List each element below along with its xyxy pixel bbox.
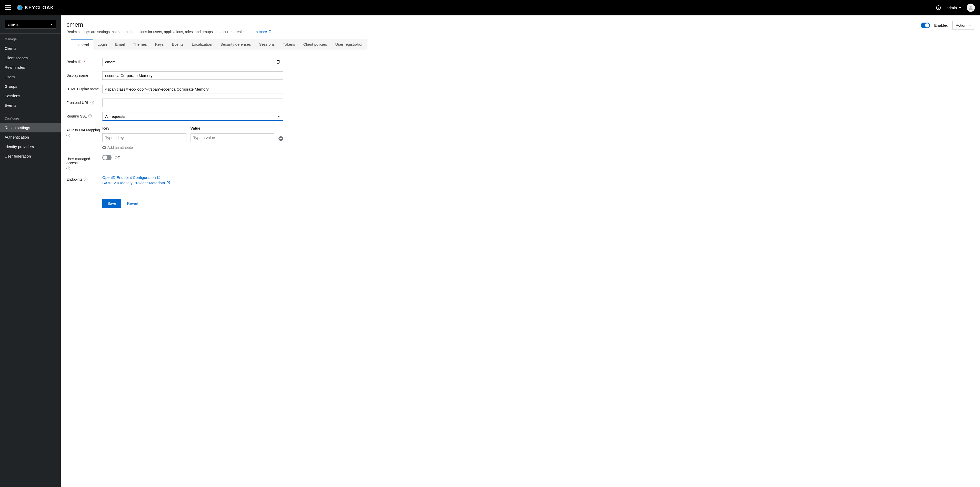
endpoints-label: Endpoints? xyxy=(67,175,102,181)
require-ssl-label: Require SSL? xyxy=(67,112,102,118)
caret-down-icon xyxy=(51,24,53,25)
realm-id-input[interactable] xyxy=(102,58,274,66)
sidebar: cmem Manage ClientsClient scopesRealm ro… xyxy=(0,15,61,487)
sidebar-section-configure: Configure xyxy=(0,113,61,123)
key-column-header: Key xyxy=(102,126,186,130)
require-ssl-select[interactable] xyxy=(102,112,283,121)
help-icon[interactable]: ? xyxy=(67,166,70,170)
learn-more-link[interactable]: Learn more xyxy=(248,30,271,34)
svg-point-3 xyxy=(970,6,972,8)
sidebar-item-users[interactable]: Users xyxy=(0,72,61,81)
acr-value-input[interactable] xyxy=(191,133,275,142)
sidebar-item-identity-providers[interactable]: Identity providers xyxy=(0,142,61,152)
tab-email[interactable]: Email xyxy=(111,39,129,50)
add-attribute-button[interactable]: Add an attribute xyxy=(102,145,283,150)
logo-hexagon-icon xyxy=(16,5,23,11)
frontend-url-input[interactable] xyxy=(102,99,283,107)
help-icon[interactable]: ? xyxy=(67,134,70,137)
sidebar-item-realm-roles[interactable]: Realm roles xyxy=(0,62,61,72)
action-label: Action xyxy=(956,23,966,27)
hamburger-menu-icon[interactable] xyxy=(5,5,11,10)
username-label: admin xyxy=(947,6,957,10)
toggle-off-label: Off xyxy=(115,155,120,160)
main-content: cmem Enabled Action Realm settings are s… xyxy=(61,15,980,487)
page-title: cmem xyxy=(67,21,83,28)
html-display-name-input[interactable] xyxy=(102,85,283,93)
realm-selector-value: cmem xyxy=(8,22,18,26)
tab-client-policies[interactable]: Client policies xyxy=(299,39,331,50)
help-icon[interactable]: ? xyxy=(936,5,941,10)
help-icon[interactable]: ? xyxy=(84,177,88,181)
save-button[interactable]: Save xyxy=(102,199,121,208)
copy-realm-id-button[interactable] xyxy=(274,58,283,66)
keycloak-logo[interactable]: KEYCLOAK xyxy=(16,5,54,11)
endpoint-link-openid-endpoint-configuration[interactable]: OpenID Endpoint Configuration xyxy=(102,175,283,180)
svg-rect-5 xyxy=(277,61,279,64)
tab-tokens[interactable]: Tokens xyxy=(279,39,299,50)
tab-security-defenses[interactable]: Security defenses xyxy=(216,39,255,50)
external-link-icon xyxy=(167,181,170,185)
tab-keys[interactable]: Keys xyxy=(151,39,168,50)
tab-login[interactable]: Login xyxy=(93,39,111,50)
tab-sessions[interactable]: Sessions xyxy=(255,39,279,50)
top-bar: KEYCLOAK ? admin xyxy=(0,0,980,15)
page-description: Realm settings are settings that control… xyxy=(67,30,974,34)
caret-down-icon xyxy=(959,7,961,8)
realm-enabled-toggle[interactable] xyxy=(921,22,930,28)
endpoint-link-saml-2-0-identity-provider-metadata[interactable]: SAML 2.0 Identity Provider Metadata xyxy=(102,180,283,185)
sidebar-item-clients[interactable]: Clients xyxy=(0,44,61,53)
sidebar-item-realm-settings[interactable]: Realm settings xyxy=(0,123,61,133)
plus-circle-icon xyxy=(102,146,106,149)
sidebar-section-manage: Manage xyxy=(0,34,61,44)
tab-user-registration[interactable]: User registration xyxy=(331,39,368,50)
sidebar-item-events[interactable]: Events xyxy=(0,101,61,110)
user-avatar[interactable] xyxy=(967,3,975,12)
acr-key-input[interactable] xyxy=(102,133,186,142)
copy-icon xyxy=(277,60,280,64)
help-icon[interactable]: ? xyxy=(88,115,92,118)
user-managed-access-toggle[interactable] xyxy=(102,155,111,160)
caret-down-icon xyxy=(969,25,971,26)
sidebar-item-authentication[interactable]: Authentication xyxy=(0,133,61,142)
tabs-container: GeneralLoginEmailThemesKeysEventsLocaliz… xyxy=(71,39,974,50)
user-menu[interactable]: admin xyxy=(947,6,961,10)
remove-attribute-button[interactable] xyxy=(278,136,283,141)
realm-selector[interactable]: cmem xyxy=(5,20,56,29)
external-link-icon xyxy=(157,176,161,179)
logo-text: KEYCLOAK xyxy=(25,5,54,11)
help-icon[interactable]: ? xyxy=(91,101,94,104)
tab-localization[interactable]: Localization xyxy=(188,39,216,50)
external-link-icon xyxy=(269,30,272,33)
display-name-label: Display name xyxy=(67,71,102,78)
frontend-url-label: Frontend URL? xyxy=(67,99,102,105)
html-display-name-label: HTML Display name xyxy=(67,85,102,91)
display-name-input[interactable] xyxy=(102,71,283,80)
value-column-header: Value xyxy=(191,126,275,130)
person-icon xyxy=(968,5,974,11)
tab-events[interactable]: Events xyxy=(168,39,188,50)
enabled-label: Enabled xyxy=(934,23,948,27)
sidebar-item-user-federation[interactable]: User federation xyxy=(0,152,61,161)
revert-button[interactable]: Revert xyxy=(127,199,138,208)
user-managed-access-label: User-managed access? xyxy=(67,155,102,170)
sidebar-item-sessions[interactable]: Sessions xyxy=(0,91,61,101)
action-dropdown[interactable]: Action xyxy=(952,21,974,29)
tab-general[interactable]: General xyxy=(71,39,93,50)
acr-mapping-label: ACR to LoA Mapping? xyxy=(67,126,102,137)
sidebar-item-client-scopes[interactable]: Client scopes xyxy=(0,53,61,62)
tab-themes[interactable]: Themes xyxy=(129,39,151,50)
sidebar-item-groups[interactable]: Groups xyxy=(0,81,61,91)
realm-id-label: Realm ID* xyxy=(67,58,102,64)
